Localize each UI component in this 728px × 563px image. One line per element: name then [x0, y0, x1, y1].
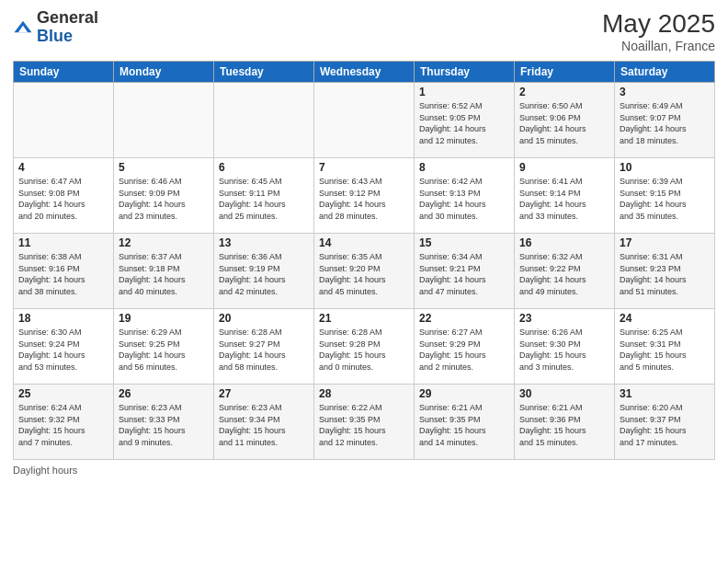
day-info: Sunrise: 6:24 AMSunset: 9:32 PMDaylight:… — [18, 402, 108, 448]
day-number: 30 — [519, 387, 609, 400]
day-info: Sunrise: 6:26 AMSunset: 9:30 PMDaylight:… — [519, 327, 609, 373]
day-number: 22 — [419, 312, 509, 325]
location: Noaillan, France — [602, 39, 715, 53]
calendar-cell: 4Sunrise: 6:47 AMSunset: 9:08 PMDaylight… — [14, 158, 114, 234]
day-info: Sunrise: 6:49 AMSunset: 9:07 PMDaylight:… — [620, 100, 710, 146]
day-info: Sunrise: 6:52 AMSunset: 9:05 PMDaylight:… — [419, 100, 509, 146]
calendar-cell: 7Sunrise: 6:43 AMSunset: 9:12 PMDaylight… — [314, 158, 415, 234]
day-number: 28 — [319, 387, 409, 400]
day-info: Sunrise: 6:38 AMSunset: 9:16 PMDaylight:… — [18, 251, 108, 297]
day-info: Sunrise: 6:20 AMSunset: 9:37 PMDaylight:… — [620, 402, 710, 448]
month-year: May 2025 — [602, 9, 715, 39]
day-info: Sunrise: 6:45 AMSunset: 9:11 PMDaylight:… — [219, 176, 309, 222]
day-number: 18 — [18, 312, 108, 325]
day-info: Sunrise: 6:22 AMSunset: 9:35 PMDaylight:… — [319, 402, 409, 448]
calendar-week-1: 1Sunrise: 6:52 AMSunset: 9:05 PMDaylight… — [14, 83, 715, 158]
day-info: Sunrise: 6:32 AMSunset: 9:22 PMDaylight:… — [519, 251, 609, 297]
calendar-cell: 25Sunrise: 6:24 AMSunset: 9:32 PMDayligh… — [14, 385, 114, 460]
day-info: Sunrise: 6:30 AMSunset: 9:24 PMDaylight:… — [18, 327, 108, 373]
calendar-cell: 12Sunrise: 6:37 AMSunset: 9:18 PMDayligh… — [114, 234, 214, 309]
calendar-cell: 18Sunrise: 6:30 AMSunset: 9:24 PMDayligh… — [14, 309, 114, 385]
day-info: Sunrise: 6:46 AMSunset: 9:09 PMDaylight:… — [119, 176, 209, 222]
calendar-cell: 20Sunrise: 6:28 AMSunset: 9:27 PMDayligh… — [214, 309, 314, 385]
calendar-header-monday: Monday — [114, 62, 214, 83]
day-number: 12 — [119, 236, 209, 249]
day-info: Sunrise: 6:41 AMSunset: 9:14 PMDaylight:… — [519, 176, 609, 222]
day-number: 23 — [519, 312, 609, 325]
day-number: 9 — [519, 161, 609, 174]
calendar-cell — [114, 83, 214, 158]
day-info: Sunrise: 6:28 AMSunset: 9:28 PMDaylight:… — [319, 327, 409, 373]
day-info: Sunrise: 6:25 AMSunset: 9:31 PMDaylight:… — [620, 327, 710, 373]
calendar-cell: 31Sunrise: 6:20 AMSunset: 9:37 PMDayligh… — [615, 385, 715, 460]
day-info: Sunrise: 6:23 AMSunset: 9:33 PMDaylight:… — [119, 402, 209, 448]
calendar-header-sunday: Sunday — [14, 62, 114, 83]
day-info: Sunrise: 6:50 AMSunset: 9:06 PMDaylight:… — [519, 100, 609, 146]
day-info: Sunrise: 6:31 AMSunset: 9:23 PMDaylight:… — [620, 251, 710, 297]
logo: General Blue — [13, 9, 98, 46]
calendar-cell: 26Sunrise: 6:23 AMSunset: 9:33 PMDayligh… — [114, 385, 214, 460]
day-info: Sunrise: 6:28 AMSunset: 9:27 PMDaylight:… — [219, 327, 309, 373]
calendar-header-row: SundayMondayTuesdayWednesdayThursdayFrid… — [14, 62, 715, 83]
day-number: 24 — [620, 312, 710, 325]
day-number: 13 — [219, 236, 309, 249]
header: General Blue May 2025 Noaillan, France — [13, 9, 715, 53]
day-info: Sunrise: 6:36 AMSunset: 9:19 PMDaylight:… — [219, 251, 309, 297]
calendar-cell — [214, 83, 314, 158]
calendar-cell: 13Sunrise: 6:36 AMSunset: 9:19 PMDayligh… — [214, 234, 314, 309]
day-info: Sunrise: 6:47 AMSunset: 9:08 PMDaylight:… — [18, 176, 108, 222]
day-number: 16 — [519, 236, 609, 249]
day-info: Sunrise: 6:35 AMSunset: 9:20 PMDaylight:… — [319, 251, 409, 297]
calendar-cell: 17Sunrise: 6:31 AMSunset: 9:23 PMDayligh… — [615, 234, 715, 309]
day-info: Sunrise: 6:37 AMSunset: 9:18 PMDaylight:… — [119, 251, 209, 297]
footer: Daylight hours — [13, 465, 715, 476]
logo-icon — [13, 17, 33, 38]
calendar-cell: 21Sunrise: 6:28 AMSunset: 9:28 PMDayligh… — [314, 309, 415, 385]
calendar-header-tuesday: Tuesday — [214, 62, 314, 83]
day-number: 10 — [620, 161, 710, 174]
day-info: Sunrise: 6:21 AMSunset: 9:36 PMDaylight:… — [519, 402, 609, 448]
day-number: 29 — [419, 387, 509, 400]
day-info: Sunrise: 6:34 AMSunset: 9:21 PMDaylight:… — [419, 251, 509, 297]
day-number: 26 — [119, 387, 209, 400]
calendar-cell: 30Sunrise: 6:21 AMSunset: 9:36 PMDayligh… — [515, 385, 615, 460]
day-number: 15 — [419, 236, 509, 249]
calendar-cell: 22Sunrise: 6:27 AMSunset: 9:29 PMDayligh… — [415, 309, 515, 385]
day-number: 17 — [620, 236, 710, 249]
calendar-header-wednesday: Wednesday — [314, 62, 415, 83]
day-info: Sunrise: 6:39 AMSunset: 9:15 PMDaylight:… — [620, 176, 710, 222]
calendar-cell: 14Sunrise: 6:35 AMSunset: 9:20 PMDayligh… — [314, 234, 415, 309]
logo-general-text: General — [37, 8, 98, 27]
day-number: 8 — [419, 161, 509, 174]
day-number: 25 — [18, 387, 108, 400]
calendar-cell — [14, 83, 114, 158]
day-number: 4 — [18, 161, 108, 174]
calendar: SundayMondayTuesdayWednesdayThursdayFrid… — [13, 61, 715, 460]
calendar-cell: 28Sunrise: 6:22 AMSunset: 9:35 PMDayligh… — [314, 385, 415, 460]
calendar-cell: 6Sunrise: 6:45 AMSunset: 9:11 PMDaylight… — [214, 158, 314, 234]
calendar-week-4: 18Sunrise: 6:30 AMSunset: 9:24 PMDayligh… — [14, 309, 715, 385]
day-number: 6 — [219, 161, 309, 174]
day-info: Sunrise: 6:27 AMSunset: 9:29 PMDaylight:… — [419, 327, 509, 373]
calendar-cell — [314, 83, 415, 158]
day-info: Sunrise: 6:23 AMSunset: 9:34 PMDaylight:… — [219, 402, 309, 448]
day-info: Sunrise: 6:29 AMSunset: 9:25 PMDaylight:… — [119, 327, 209, 373]
day-number: 2 — [519, 86, 609, 98]
calendar-header-saturday: Saturday — [615, 62, 715, 83]
day-info: Sunrise: 6:21 AMSunset: 9:35 PMDaylight:… — [419, 402, 509, 448]
calendar-cell: 27Sunrise: 6:23 AMSunset: 9:34 PMDayligh… — [214, 385, 314, 460]
calendar-cell: 5Sunrise: 6:46 AMSunset: 9:09 PMDaylight… — [114, 158, 214, 234]
day-number: 20 — [219, 312, 309, 325]
day-number: 1 — [419, 86, 509, 98]
day-number: 27 — [219, 387, 309, 400]
calendar-header-friday: Friday — [515, 62, 615, 83]
day-number: 21 — [319, 312, 409, 325]
calendar-cell: 24Sunrise: 6:25 AMSunset: 9:31 PMDayligh… — [615, 309, 715, 385]
calendar-week-2: 4Sunrise: 6:47 AMSunset: 9:08 PMDaylight… — [14, 158, 715, 234]
daylight-label: Daylight hours — [13, 465, 77, 476]
day-info: Sunrise: 6:43 AMSunset: 9:12 PMDaylight:… — [319, 176, 409, 222]
logo-blue-text: Blue — [37, 27, 73, 45]
calendar-week-5: 25Sunrise: 6:24 AMSunset: 9:32 PMDayligh… — [14, 385, 715, 460]
calendar-cell: 19Sunrise: 6:29 AMSunset: 9:25 PMDayligh… — [114, 309, 214, 385]
page: General Blue May 2025 Noaillan, France S… — [0, 0, 728, 563]
